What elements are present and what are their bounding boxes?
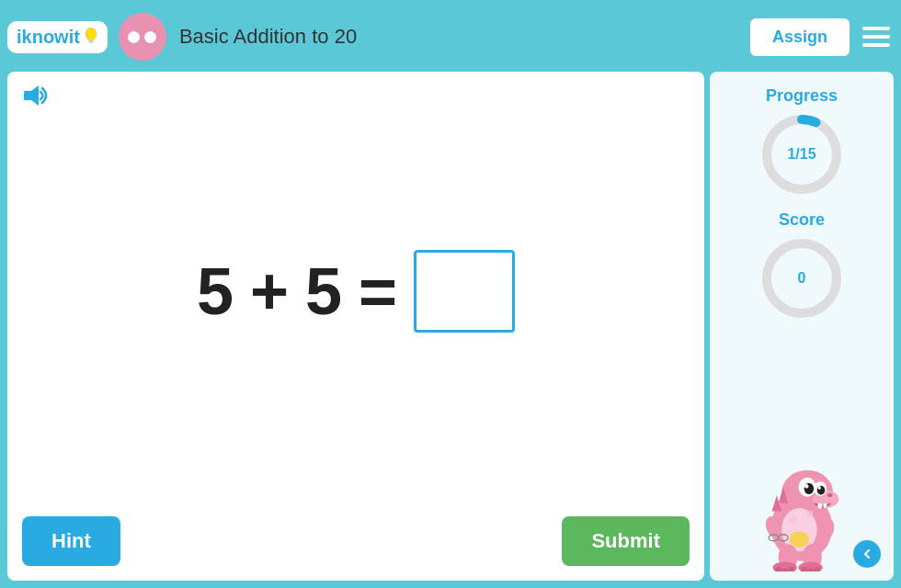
top-bar: iknowit Basic Addition to 20 Assign (7, 7, 894, 66)
right-panel: Progress 1/15 Score 0 (710, 72, 894, 581)
main-content: 5 + 5 = Hint Submit Progress (7, 72, 894, 581)
equals: = (359, 254, 397, 329)
progress-ring-container: 1/15 (760, 113, 843, 196)
left-panel: 5 + 5 = Hint Submit (7, 72, 704, 581)
mascot-area (719, 443, 884, 571)
svg-rect-18 (824, 503, 827, 508)
svg-point-10 (827, 493, 832, 497)
logo-text: iknowit (17, 27, 80, 48)
lesson-title: Basic Addition to 20 (179, 25, 750, 49)
back-icon (860, 547, 874, 561)
avatar (119, 13, 166, 61)
submit-button[interactable]: Submit (562, 516, 690, 566)
answer-box[interactable] (414, 250, 515, 333)
svg-point-16 (818, 486, 822, 490)
equation-text: 5 + 5 = (197, 250, 515, 333)
sound-icon[interactable] (22, 83, 690, 114)
operator: + (250, 254, 289, 329)
svg-point-0 (86, 28, 97, 40)
equation-area: 5 + 5 = (22, 121, 690, 516)
bottom-buttons: Hint Submit (22, 516, 690, 566)
progress-text: 1/15 (787, 146, 815, 163)
svg-rect-17 (818, 503, 822, 509)
progress-label: Progress (766, 86, 838, 106)
svg-rect-2 (88, 41, 93, 43)
menu-line-3 (862, 43, 890, 47)
svg-point-40 (861, 548, 873, 560)
speaker-svg (22, 83, 51, 108)
back-button[interactable] (853, 540, 881, 568)
svg-rect-1 (88, 40, 94, 41)
menu-line-1 (862, 27, 890, 30)
top-right: Assign (750, 18, 894, 56)
assign-button[interactable]: Assign (750, 18, 850, 56)
svg-point-34 (790, 531, 809, 548)
svg-point-15 (804, 484, 808, 488)
menu-line-2 (862, 35, 890, 39)
hint-button[interactable]: Hint (22, 516, 120, 566)
svg-point-38 (790, 515, 798, 524)
score-ring-container: 0 (760, 237, 843, 320)
svg-point-39 (806, 511, 813, 517)
bulb-icon (84, 28, 98, 46)
avatar-dot-1 (128, 31, 140, 43)
score-text: 0 (798, 270, 806, 287)
operand1: 5 (197, 254, 234, 329)
operand2: 5 (305, 254, 342, 329)
avatar-dot-2 (144, 31, 156, 43)
menu-button[interactable] (859, 23, 894, 51)
logo-area: iknowit (7, 21, 108, 53)
score-label: Score (779, 210, 825, 230)
logo-box: iknowit (7, 21, 108, 53)
svg-marker-3 (24, 85, 39, 106)
avatar-dots (128, 31, 156, 43)
mascot-dino (742, 443, 861, 571)
